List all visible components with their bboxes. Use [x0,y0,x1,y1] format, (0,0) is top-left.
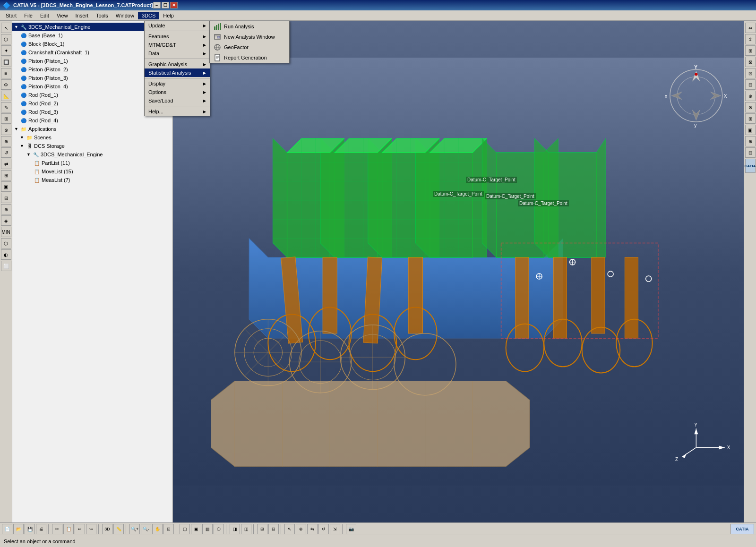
menu-insert[interactable]: Insert [72,12,93,19]
right-tool-4[interactable]: ⊠ [745,57,756,67]
menu-window[interactable]: Window [112,12,138,19]
tool-18[interactable]: ◈ [1,215,11,226]
right-tool-6[interactable]: ⊟ [745,79,756,90]
tb-iso[interactable]: ⬡ [214,524,224,534]
dropdown-item-help[interactable]: Help... ▶ [145,107,210,116]
tool-16[interactable]: ⊟ [1,193,11,203]
tool-2[interactable]: ⬡ [1,34,11,44]
expand-dcs[interactable]: ▼ [20,144,25,148]
tree-item-measlist[interactable]: 📋 MeasList (7) [12,176,172,184]
tool-select[interactable]: ↖ [1,23,11,33]
minimize-button[interactable]: – [153,2,161,9]
menu-view[interactable]: View [53,12,72,19]
right-tool-7[interactable]: ⊕ [745,91,756,101]
tb-move[interactable]: ⇆ [307,524,318,534]
tb-fit[interactable]: ⊡ [163,524,174,534]
tool-22[interactable]: ⬜ [1,261,11,271]
tb-copy[interactable]: 📋 [63,524,74,534]
tb-open[interactable]: 📂 [13,524,24,534]
tool-8[interactable]: ✎ [1,102,11,112]
tool-13[interactable]: ⇄ [1,159,11,169]
tool-20[interactable]: ⬡ [1,238,11,248]
dropdown-item-update[interactable]: Update ▶ [145,21,210,30]
right-tool-8[interactable]: ⊗ [745,102,756,112]
right-tool-2[interactable]: ⇕ [745,34,756,44]
tb-grid[interactable]: ⊟ [268,524,279,534]
menu-edit[interactable]: Edit [36,12,53,19]
tool-7[interactable]: 📐 [1,91,11,101]
submenu-report-generation[interactable]: Report Generation [210,52,289,63]
submenu-new-analysis-window[interactable]: New Analysis Window [210,32,289,42]
tb-new[interactable]: 📄 [2,524,12,534]
menu-file[interactable]: File [20,12,36,19]
dropdown-item-options[interactable]: Options ▶ [145,88,210,96]
tb-zoom-out[interactable]: 🔍- [141,524,151,534]
tool-12[interactable]: ↺ [1,147,11,158]
menu-help[interactable]: Help [159,12,178,19]
tb-redo[interactable]: ↪ [86,524,96,534]
tree-item-applications[interactable]: ▼ 📁 Applications [12,125,172,133]
dropdown-item-saveload[interactable]: Save/Load ▶ [145,96,210,105]
tb-camera[interactable]: 📷 [346,524,356,534]
dropdown-item-mtm[interactable]: MTM/GD&T ▶ [145,41,210,49]
right-tool-3[interactable]: ⊞ [745,45,756,56]
expand-dcs-engine[interactable]: ▼ [26,152,31,157]
tb-scale[interactable]: ⇲ [330,524,340,534]
dropdown-item-graphic[interactable]: Graphic Analysis ▶ [145,60,210,68]
tb-measure[interactable]: 📏 [113,524,124,534]
restore-button[interactable]: ❐ [162,2,169,9]
menu-3dcs[interactable]: 3DCS [138,12,159,19]
tb-select[interactable]: ↖ [284,524,295,534]
dropdown-item-statistical[interactable]: Statistical Analysis ▶ [145,68,210,77]
tool-3[interactable]: ✦ [1,45,11,56]
expand-applications[interactable]: ▼ [14,127,19,131]
tree-item-movelist[interactable]: 📋 MoveList (15) [12,167,172,176]
tree-item-scenes[interactable]: ▼ 📁 Scenes [12,133,172,142]
tool-21[interactable]: ◐ [1,249,11,260]
tool-14[interactable]: ⊞ [1,170,11,180]
tool-6[interactable]: ⚙ [1,79,11,90]
expand-scenes[interactable]: ▼ [20,135,25,140]
tool-4[interactable]: 🔲 [1,57,11,67]
tb-zoom-in[interactable]: 🔍+ [129,524,140,534]
right-tool-11[interactable]: ⊕ [745,136,756,146]
tool-17[interactable]: ⊕ [1,204,11,214]
tool-9[interactable]: ⊞ [1,113,11,124]
right-tool-12[interactable]: ⊟ [745,147,756,158]
tb-shading[interactable]: ◨ [230,524,240,534]
dropdown-item-data[interactable]: Data ▶ [145,49,210,58]
tree-item-dcs-storage[interactable]: ▼ 🗄 DCS Storage [12,142,172,150]
dropdown-item-display[interactable]: Display ▶ [145,79,210,88]
expand-root[interactable]: ▼ [14,25,19,29]
tool-15[interactable]: ▣ [1,181,11,192]
tree-item-dcs-engine[interactable]: ▼ 🔧 3DCS_Mechanical_Engine [12,150,172,159]
tb-multi[interactable]: ⊕ [296,524,306,534]
tb-front[interactable]: ▢ [180,524,190,534]
tb-undo[interactable]: ↩ [75,524,85,534]
menu-tools[interactable]: Tools [92,12,112,19]
submenu-geofactor[interactable]: GeoFactor [210,42,289,52]
tb-right[interactable]: ▤ [202,524,213,534]
tool-5[interactable]: ≡ [1,68,11,78]
viewport[interactable]: Y y x X X Y Z Datum-C_Target_Point Datum… [173,21,744,522]
tb-snap[interactable]: ⊞ [257,524,267,534]
submenu-run-analysis[interactable]: Run Analysis [210,21,289,32]
tb-print[interactable]: 🖨 [36,524,46,534]
tb-wire[interactable]: ◫ [241,524,251,534]
tb-cut[interactable]: ✂ [52,524,62,534]
right-tool-1[interactable]: ⇔ [745,23,756,33]
tool-19[interactable]: MIN [1,227,11,237]
tree-item-rod4[interactable]: 🔵 Rod (Rod_4) [12,116,172,125]
right-tool-5[interactable]: ⊡ [745,68,756,78]
tb-pan[interactable]: ✋ [152,524,163,534]
tb-3d-rotate[interactable]: 3D [102,524,112,534]
right-tool-10[interactable]: ▣ [745,125,756,135]
tb-top[interactable]: ▣ [191,524,201,534]
menu-start[interactable]: Start [2,12,20,19]
close-button[interactable]: ✕ [170,2,178,9]
tool-10[interactable]: ⊗ [1,125,11,135]
tree-item-partlist[interactable]: 📋 PartList (11) [12,159,172,167]
right-tool-9[interactable]: ⊞ [745,113,756,124]
tb-save[interactable]: 💾 [25,524,35,534]
dropdown-item-features[interactable]: Features ▶ [145,32,210,41]
